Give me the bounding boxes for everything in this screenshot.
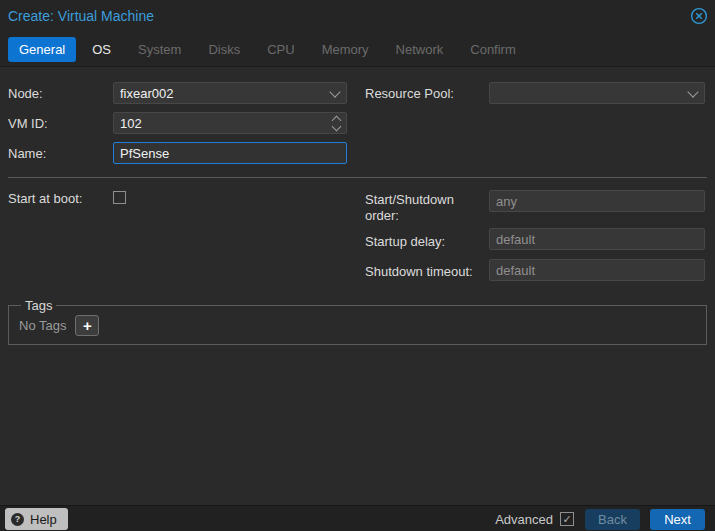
next-button[interactable]: Next (650, 509, 705, 530)
dialog-header: Create: Virtual Machine GeneralOSSystemD… (0, 0, 715, 67)
tab-bar: GeneralOSSystemDisksCPUMemoryNetworkConf… (8, 37, 527, 62)
advanced-toggle: Advanced ✓ (495, 506, 574, 531)
node-dropdown-trigger[interactable] (325, 82, 345, 104)
vm-id-label: VM ID: (8, 116, 48, 132)
node-input[interactable] (113, 82, 347, 104)
chevron-down-icon (329, 86, 340, 97)
section-divider (8, 177, 707, 178)
tab-confirm: Confirm (459, 37, 527, 62)
tab-os[interactable]: OS (81, 37, 122, 62)
close-button[interactable] (690, 7, 708, 25)
vm-id-input[interactable] (113, 112, 347, 134)
name-label: Name: (8, 146, 46, 162)
shutdown-timeout-field-wrap (489, 259, 705, 281)
startup-order-label: Start/Shutdown order: (365, 192, 483, 225)
advanced-checkbox[interactable]: ✓ (560, 512, 574, 526)
tab-disks: Disks (197, 37, 251, 62)
help-button[interactable]: ? Help (5, 508, 68, 530)
dialog-footer: ? Help Advanced ✓ Back Next (0, 505, 715, 531)
tab-memory: Memory (311, 37, 380, 62)
startup-delay-label: Startup delay: (365, 234, 445, 250)
create-vm-dialog: Create: Virtual Machine GeneralOSSystemD… (0, 0, 715, 531)
start-at-boot-checkbox[interactable] (113, 191, 126, 204)
startup-delay-input[interactable] (489, 228, 705, 250)
startup-delay-field-wrap (489, 228, 705, 250)
resource-pool-input[interactable] (489, 82, 705, 104)
tags-legend: Tags (21, 298, 56, 313)
start-at-boot-label: Start at boot: (8, 191, 82, 207)
advanced-label: Advanced (495, 512, 553, 527)
close-icon (690, 13, 708, 28)
name-input[interactable] (113, 142, 347, 164)
resource-pool-combobox (489, 82, 705, 104)
node-combobox (113, 82, 347, 104)
tab-system: System (127, 37, 192, 62)
node-label: Node: (8, 86, 43, 102)
plus-icon: + (83, 317, 92, 334)
vm-id-spin-buttons (331, 112, 341, 134)
add-tag-button[interactable]: + (75, 315, 99, 336)
tab-general[interactable]: General (8, 37, 76, 62)
no-tags-text: No Tags (19, 318, 66, 333)
vm-id-spinner (113, 112, 347, 134)
shutdown-timeout-input[interactable] (489, 259, 705, 281)
help-button-label: Help (30, 512, 57, 527)
name-field-wrap (113, 142, 347, 164)
back-button[interactable]: Back (585, 509, 640, 530)
tags-row: No Tags + (19, 315, 696, 336)
spin-down-button[interactable] (331, 125, 341, 130)
tab-network: Network (385, 37, 455, 62)
tags-fieldset: Tags No Tags + (8, 298, 707, 345)
shutdown-timeout-label: Shutdown timeout: (365, 264, 473, 280)
resource-pool-dropdown-trigger[interactable] (683, 82, 703, 104)
dialog-title: Create: Virtual Machine (8, 8, 154, 24)
resource-pool-label: Resource Pool: (365, 86, 454, 102)
startup-order-input[interactable] (489, 190, 705, 212)
startup-order-field-wrap (489, 190, 705, 212)
tab-cpu: CPU (256, 37, 305, 62)
chevron-down-icon (331, 121, 341, 131)
help-icon: ? (11, 513, 24, 526)
chevron-down-icon (687, 86, 698, 97)
